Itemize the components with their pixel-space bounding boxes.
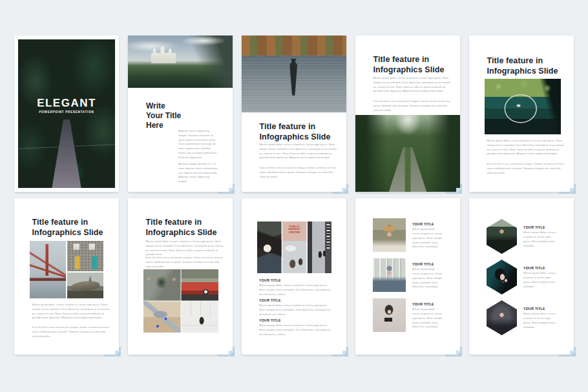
slide-paragraph: Mauris quam dolor, cursus at porta et, l… (32, 302, 112, 320)
item-text: Mauris quam dolor, cursus at porta et, l… (259, 284, 332, 296)
plane-wreck-photo (67, 273, 103, 298)
slide-paragraph: Mauris quam dolor, cursus at porta et, l… (487, 138, 567, 156)
page-stack-edge (244, 355, 342, 356)
slide-paragraph: Duis id velit in arcu accumsan congue. D… (487, 161, 567, 175)
camera-woman-photo (373, 298, 406, 332)
slide-feature-collage-bridge: Title feature in Infographics Slide Maur… (14, 198, 119, 355)
item-text: Mauris quam dolor, cursus at porta et, l… (412, 307, 443, 329)
item-text: Mauris quam dolor, cursus at porta et, l… (412, 267, 443, 289)
page-stack-edge (357, 355, 456, 356)
list-item: YOUR TITLE Mauris quam dolor, cursus at … (412, 262, 443, 289)
page-stack-edge (244, 192, 342, 194)
list-item: YOUR TITLE Mauris quam dolor, cursus at … (523, 225, 556, 248)
slide-paragraph: Mauris quam dolor, cursus at porta et, l… (373, 76, 454, 94)
preview-row-1: ELEGANT POWERPOINT PRESENTATION WriteYou… (14, 36, 574, 192)
slide-three-photo-rows-page: YOUR TITLE Mauris quam dolor, cursus at … (355, 198, 460, 355)
slide-three-photo-columns-page: PUBLIC MARKET CENTER YOUR TITLE Mauris q… (242, 198, 346, 355)
slide-hexagon-profile-list: YOUR TITLE Mauris quam dolor, cursus at … (469, 198, 574, 355)
title-line-3: Here (146, 121, 163, 130)
slide-paragraph: Duis id velit in arcu accumsan congue. D… (373, 99, 454, 112)
slide-title: Title feature in Infographics Slide (32, 217, 107, 237)
chair-person-photo (143, 302, 181, 333)
page-stack-edge (357, 192, 456, 194)
castle-photo (128, 36, 233, 88)
slide-paragraph: Aenean sagittis gravida est, sit amet eg… (178, 161, 218, 183)
item-title: YOUR TITLE (523, 307, 556, 311)
slide-three-photo-columns: PUBLIC MARKET CENTER YOUR TITLE Mauris q… (242, 198, 346, 355)
page-corner-fold (445, 184, 462, 194)
item-text: Mauris quam dolor, cursus at porta et, l… (523, 271, 556, 289)
slide-paragraph: Duis id velit in arcu accumsan congue. D… (146, 255, 226, 269)
market-sign-text: PUBLIC MARKET CENTER (284, 225, 305, 234)
page-corner-fold (331, 347, 348, 356)
slide-three-photo-rows: YOUR TITLE Mauris quam dolor, cursus at … (355, 198, 460, 355)
slide-paragraph: Duis id velit in arcu accumsan congue. D… (260, 165, 340, 179)
lake-person-photo (242, 36, 346, 112)
page-stack-edge (130, 355, 229, 356)
slide-write-your-title: WriteYour TitleHere Aliquam varius adipi… (128, 36, 233, 192)
item-title: YOUR TITLE (259, 298, 332, 302)
hexagon-man-photo (487, 219, 517, 254)
template-preview-board: ELEGANT POWERPOINT PRESENTATION WriteYou… (0, 0, 588, 392)
page-corner-fold (104, 347, 121, 356)
list-item: YOUR TITLE Mauris quam dolor, cursus at … (259, 278, 332, 296)
item-title: YOUR TITLE (412, 302, 443, 306)
page-corner-fold (218, 184, 235, 194)
gallery-visitor-photo (182, 302, 219, 333)
title-line-2: Your Title (146, 111, 181, 120)
slide-title: Title feature in Infographics Slide (373, 54, 448, 74)
slide-cover-page: ELEGANT POWERPOINT PRESENTATION (14, 36, 119, 192)
item-text: Mauris quam dolor, cursus at porta et, l… (259, 324, 332, 336)
page-stack-edge (130, 192, 229, 194)
slide-feature-forest-road: Title feature in Infographics Slide Maur… (355, 36, 460, 192)
slide-title: Title feature in Infographics Slide (487, 56, 562, 76)
street-photo (308, 222, 331, 273)
list-item: YOUR TITLE Mauris quam dolor, cursus at … (523, 307, 556, 329)
forest-road-photo (355, 115, 460, 192)
list-item: YOUR TITLE Mauris quam dolor, cursus at … (412, 222, 443, 249)
list-item: YOUR TITLE Mauris quam dolor, cursus at … (412, 302, 443, 329)
item-text: Mauris quam dolor, cursus at porta et, l… (259, 304, 332, 316)
forest-bridge-photo: ELEGANT POWERPOINT PRESENTATION (18, 39, 115, 188)
item-title: YOUR TITLE (259, 318, 332, 322)
page-corner-fold (218, 347, 235, 356)
item-title: YOUR TITLE (259, 278, 332, 282)
list-item: YOUR TITLE Mauris quam dolor, cursus at … (523, 266, 556, 289)
page-stack-edge (471, 355, 570, 356)
slide-feature-collage-people-page: Title feature in Infographics Slide Maur… (128, 198, 233, 355)
slide-feature-forest-road-page: Title feature in Infographics Slide Maur… (355, 36, 460, 192)
red-car-photo (182, 269, 219, 301)
list-item: YOUR TITLE Mauris quam dolor, cursus at … (259, 318, 332, 336)
slide-paragraph: Mauris quam dolor, cursus at porta et, l… (260, 142, 340, 160)
slide-hexagon-profile-list-page: YOUR TITLE Mauris quam dolor, cursus at … (469, 198, 574, 355)
slide-title: Title feature in Infographics Slide (260, 121, 334, 141)
slide-paragraph: Mauris quam dolor, cursus at porta et, l… (146, 239, 226, 257)
mug-photo (257, 222, 282, 273)
item-title: YOUR TITLE (412, 222, 443, 226)
slide-feature-collage-people: Title feature in Infographics Slide Maur… (128, 198, 233, 355)
page-corner-fold (331, 184, 348, 194)
item-text: Mauris quam dolor, cursus at porta et, l… (412, 227, 443, 249)
golden-gate-photo (30, 241, 66, 298)
cover-title: ELEGANT (18, 98, 115, 108)
item-title: YOUR TITLE (412, 262, 443, 266)
woman-hands-photo (143, 269, 181, 301)
page-corner-fold (445, 347, 462, 356)
slide-paragraph: Duis id velit in arcu accumsan congue. D… (32, 325, 112, 338)
slide-paragraph: Aliquam varius adipiscing tempor. Vivamu… (178, 129, 218, 160)
title-line-1: Write (146, 101, 165, 110)
preview-row-2: Title feature in Infographics Slide Maur… (14, 198, 574, 355)
market-photo: PUBLIC MARKET CENTER (282, 222, 307, 273)
page-stack-edge (471, 192, 570, 194)
item-text: Mauris quam dolor, cursus at porta et, l… (523, 312, 556, 329)
slide-title: Title feature in Infographics Slide (146, 217, 220, 237)
slide-feature-car-dashboard-page: Title feature in Infographics Slide Maur… (469, 36, 574, 192)
page-corner-fold (559, 184, 576, 194)
list-item: YOUR TITLE Mauris quam dolor, cursus at … (259, 298, 332, 316)
slide-feature-lake: Title feature in Infographics Slide Maur… (242, 36, 346, 192)
car-dashboard-photo (485, 79, 561, 134)
slide-feature-car-dashboard: Title feature in Infographics Slide Maur… (469, 36, 574, 192)
item-title: YOUR TITLE (523, 225, 556, 229)
cover-subtitle: POWERPOINT PRESENTATION (18, 110, 115, 114)
hexagon-red-lips-photo (487, 260, 517, 294)
